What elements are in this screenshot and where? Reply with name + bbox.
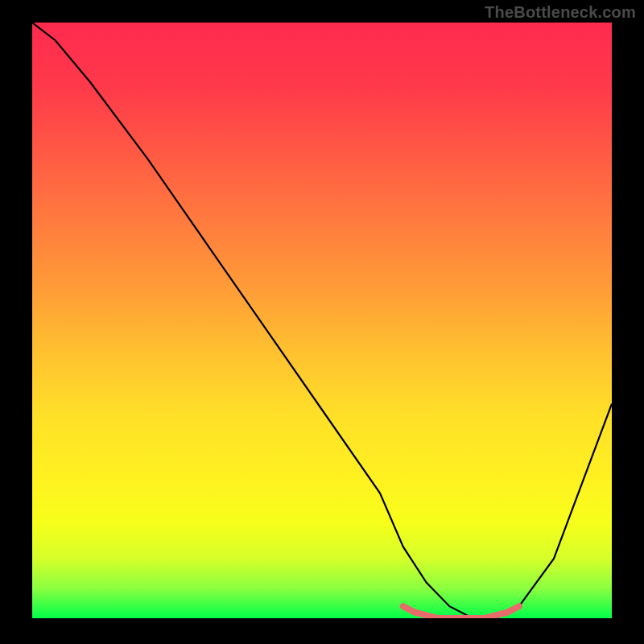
attribution-label: TheBottleneck.com	[485, 3, 636, 22]
curve-layer	[32, 23, 612, 618]
bottleneck-curve-path	[32, 23, 612, 618]
plot-area	[32, 23, 612, 618]
chart-frame: TheBottleneck.com	[0, 0, 644, 644]
